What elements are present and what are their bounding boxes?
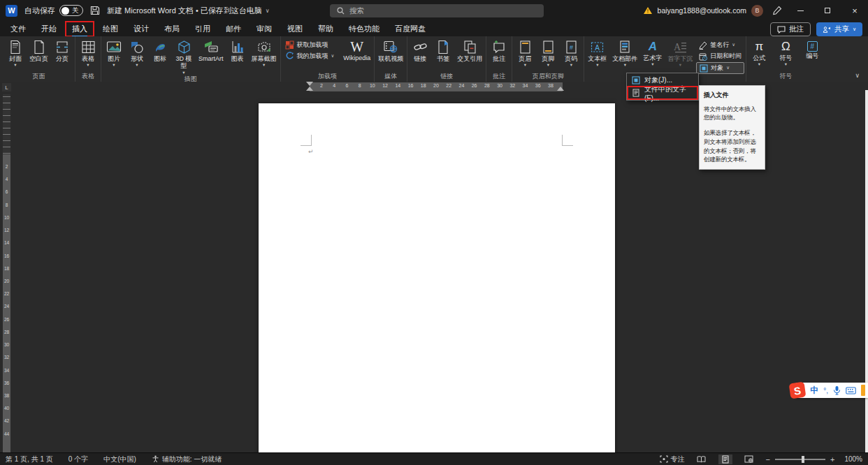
equation-button[interactable]: π 公式 ▾ [748, 38, 770, 67]
icons-button[interactable]: 图标 [149, 38, 171, 62]
collapse-ribbon-icon[interactable]: ∨ [855, 72, 860, 79]
dropdown-caret-icon: ▾ [547, 63, 549, 68]
ribbon-group-symbols: π 公式 ▾ Ω 符号 ▾ # 编号 符号 [746, 36, 825, 82]
pictures-button[interactable]: 图片 ▾ [103, 38, 125, 68]
horizontal-ruler[interactable]: 2468101214161820222426283032343638 [310, 82, 563, 91]
tab-帮助[interactable]: 帮助 [312, 22, 340, 36]
tab-特色功能[interactable]: 特色功能 [342, 22, 386, 36]
document-title[interactable]: 新建 Microsoft Word 文档 • 已保存到这台电脑 ∨ [107, 6, 270, 16]
cross-reference-button[interactable]: 交叉引用 [455, 38, 484, 62]
smartart-button[interactable]: SmartArt [196, 38, 226, 62]
page-number-button[interactable]: # 页码 ▾ [560, 38, 582, 68]
document-page[interactable]: ↵ [259, 103, 615, 452]
h-ruler-number: 8 [359, 83, 361, 88]
account-info[interactable]: baiyang1888@outlook.com B [643, 5, 763, 17]
warning-icon [643, 6, 653, 15]
ribbon-group-links: 链接 书签 交叉引用 链接 [407, 36, 486, 82]
chart-button[interactable]: 图表 [226, 38, 249, 62]
zoom-slider-thumb[interactable] [802, 456, 804, 463]
tab-开始[interactable]: 开始 [35, 22, 63, 36]
language-indicator[interactable]: 中文(中国) [103, 455, 136, 464]
comments-button[interactable]: 批注 [770, 22, 811, 36]
3d-models-button[interactable]: 3D 模型 ▾ [172, 38, 196, 75]
table-button[interactable]: 表格 ▾ [77, 38, 99, 68]
my-addins-button[interactable]: 我的加载项 ∨ [282, 51, 338, 61]
read-mode-button[interactable] [695, 455, 709, 464]
tab-邮件[interactable]: 邮件 [219, 22, 247, 36]
header-button[interactable]: 页眉 ▾ [514, 38, 536, 68]
wordart-button[interactable]: A 艺术字 ▾ [641, 38, 664, 67]
sogou-logo-icon[interactable]: S [789, 382, 806, 399]
focus-mode-button[interactable]: 专注 [660, 455, 685, 464]
first-line-indent-marker[interactable] [306, 82, 313, 86]
v-ruler-number: 12 [4, 228, 9, 232]
shapes-button[interactable]: 形状 ▾ [126, 38, 148, 68]
bookmark-button[interactable]: 书签 [432, 38, 454, 62]
smartart-icon [203, 40, 219, 54]
drop-cap-button[interactable]: A 首字下沉 ▾ [665, 38, 695, 68]
ime-microphone-icon[interactable] [833, 385, 841, 395]
zoom-slider[interactable] [775, 459, 825, 460]
zoom-level[interactable]: 100% [844, 455, 862, 463]
signature-line-button[interactable]: 签名行 ∨ [696, 40, 744, 50]
quick-parts-button[interactable]: 文档部件 ▾ [610, 38, 639, 68]
autosave-toggle[interactable]: 关 [59, 5, 83, 16]
print-layout-button[interactable] [718, 455, 732, 464]
ime-chinese-mode-icon[interactable]: 中 [810, 385, 818, 397]
tab-selector[interactable]: L [2, 83, 11, 91]
hanging-indent-marker[interactable] [306, 87, 313, 91]
restore-button[interactable] [818, 3, 837, 18]
text-box-button[interactable]: A 文本框 ▾ [586, 38, 609, 68]
page-break-button[interactable]: 分页 [51, 38, 73, 62]
vertical-ruler[interactable]: 2468101214161820222426283032343638404244 [3, 94, 10, 452]
object-button[interactable]: 对象 ∨ [696, 62, 744, 74]
tab-引用[interactable]: 引用 [189, 22, 217, 36]
vertical-scrollbar[interactable] [865, 90, 868, 452]
save-icon[interactable] [90, 6, 100, 15]
wordart-icon: A [649, 40, 657, 54]
menu-item-text-from-file[interactable]: 文件中的文字(F)... [628, 87, 697, 99]
tab-布局[interactable]: 布局 [158, 22, 186, 36]
tab-插入[interactable]: 插入 [66, 22, 94, 36]
ime-keyboard-icon[interactable] [846, 387, 856, 394]
right-indent-marker[interactable] [557, 87, 564, 91]
footer-button[interactable]: 页脚 ▾ [537, 38, 559, 68]
screenshot-button[interactable]: 屏幕截图 ▾ [249, 38, 279, 68]
tab-百度网盘[interactable]: 百度网盘 [389, 22, 432, 36]
avatar[interactable]: B [751, 5, 763, 17]
share-button[interactable]: 共享 ∨ [816, 22, 862, 36]
autosave-control[interactable]: 自动保存 关 [24, 5, 83, 16]
ime-punctuation-icon[interactable]: °, [823, 387, 828, 394]
tab-绘图[interactable]: 绘图 [96, 22, 124, 36]
link-button[interactable]: 链接 [409, 38, 431, 62]
accessibility-status[interactable]: 辅助功能: 一切就绪 [152, 455, 222, 464]
tab-审阅[interactable]: 审阅 [250, 22, 278, 36]
zoom-in-button[interactable]: + [830, 455, 834, 464]
word-logo-icon[interactable]: W [6, 5, 17, 17]
tab-视图[interactable]: 视图 [281, 22, 309, 36]
date-time-button[interactable]: 日期和时间 [696, 51, 744, 61]
sogou-ime-bar[interactable]: S 中 °, [795, 383, 868, 398]
get-addins-button[interactable]: 获取加载项 [282, 40, 338, 50]
ink-pen-icon[interactable] [772, 6, 782, 15]
search-input[interactable]: 搜索 [330, 4, 544, 17]
numbering-button[interactable]: # 编号 [801, 38, 823, 59]
h-ruler-number: 36 [535, 83, 541, 88]
new-comment-button[interactable]: 批注 [488, 38, 510, 62]
zoom-out-button[interactable]: − [766, 455, 770, 464]
blank-page-button[interactable]: 空白页 [27, 38, 50, 62]
ribbon-group-pages: 封面 ▾ 空白页 分页 页面 [3, 36, 75, 82]
symbol-button[interactable]: Ω 符号 ▾ [774, 38, 797, 67]
tab-文件[interactable]: 文件 [4, 22, 32, 36]
cover-page-button[interactable]: 封面 ▾ [4, 38, 27, 68]
web-layout-button[interactable] [742, 455, 756, 464]
online-video-button[interactable]: 联机视频 [376, 38, 405, 62]
wikipedia-button[interactable]: W Wikipedia [341, 38, 372, 61]
text-from-file-icon [632, 89, 640, 97]
minimize-button[interactable] [791, 3, 809, 18]
ime-clipboard-icon[interactable] [861, 385, 865, 396]
tab-设计[interactable]: 设计 [127, 22, 155, 36]
close-button[interactable]: × [846, 3, 864, 18]
word-count[interactable]: 0 个字 [68, 455, 88, 464]
page-indicator[interactable]: 第 1 页, 共 1 页 [6, 455, 53, 464]
